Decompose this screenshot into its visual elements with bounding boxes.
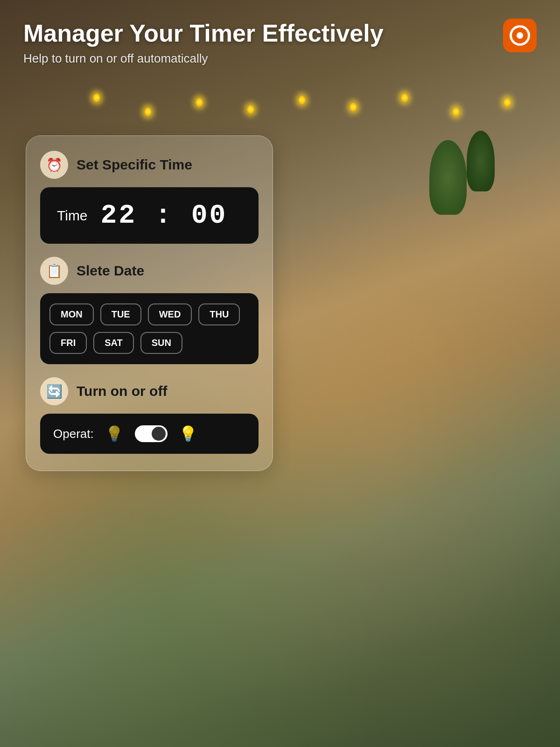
select-date-header: 📋 Slete Date: [40, 257, 259, 285]
day-wed[interactable]: WED: [148, 303, 192, 325]
turn-on-off-header: 🔄 Turn on or off: [40, 377, 259, 405]
time-value: 22 : 00: [101, 200, 228, 231]
day-sun[interactable]: SUN: [140, 332, 182, 354]
bulb-off-icon: 💡: [105, 425, 124, 443]
header: Manager Your Timer Effectively Help to t…: [0, 19, 560, 66]
days-grid: MON TUE WED THU FRI SAT SUN: [40, 293, 259, 364]
brand-logo: [503, 19, 537, 52]
time-separator: :: [155, 200, 173, 231]
time-hours: 22: [101, 200, 137, 231]
tree-1: [429, 140, 467, 215]
day-fri[interactable]: FRI: [49, 332, 87, 354]
tree-2: [467, 131, 495, 191]
time-label: Time: [57, 208, 88, 224]
toggle-switch[interactable]: [135, 425, 168, 442]
day-tue[interactable]: TUE: [100, 303, 141, 325]
select-date-title: Slete Date: [77, 263, 144, 279]
time-display[interactable]: Time 22 : 00: [40, 187, 259, 244]
time-minutes: 00: [191, 200, 228, 231]
set-time-header: ⏰ Set Specific Time: [40, 151, 259, 179]
day-mon[interactable]: MON: [49, 303, 94, 325]
main-card: ⏰ Set Specific Time Time 22 : 00 📋 Slete…: [26, 135, 273, 471]
clock-icon: ⏰: [40, 151, 68, 179]
header-subtitle: Help to turn on or off automatically: [23, 51, 537, 66]
day-sat[interactable]: SAT: [93, 332, 134, 354]
toggle-section-icon: 🔄: [40, 377, 68, 405]
day-thu[interactable]: THU: [198, 303, 240, 325]
turn-on-off-title: Turn on or off: [77, 383, 167, 399]
turn-on-off-section: 🔄 Turn on or off Operat: 💡 💡: [40, 377, 259, 454]
toggle-knob: [152, 427, 166, 441]
operate-display: Operat: 💡 💡: [40, 414, 259, 454]
operate-label: Operat:: [53, 427, 94, 441]
calendar-icon: 📋: [40, 257, 68, 285]
date-section: 📋 Slete Date MON TUE WED THU FRI SAT SUN: [40, 257, 259, 364]
brand-logo-inner: [510, 25, 530, 46]
header-title: Manager Your Timer Effectively: [23, 19, 537, 48]
bulb-on-icon: 💡: [179, 425, 197, 443]
set-time-title: Set Specific Time: [77, 157, 192, 173]
